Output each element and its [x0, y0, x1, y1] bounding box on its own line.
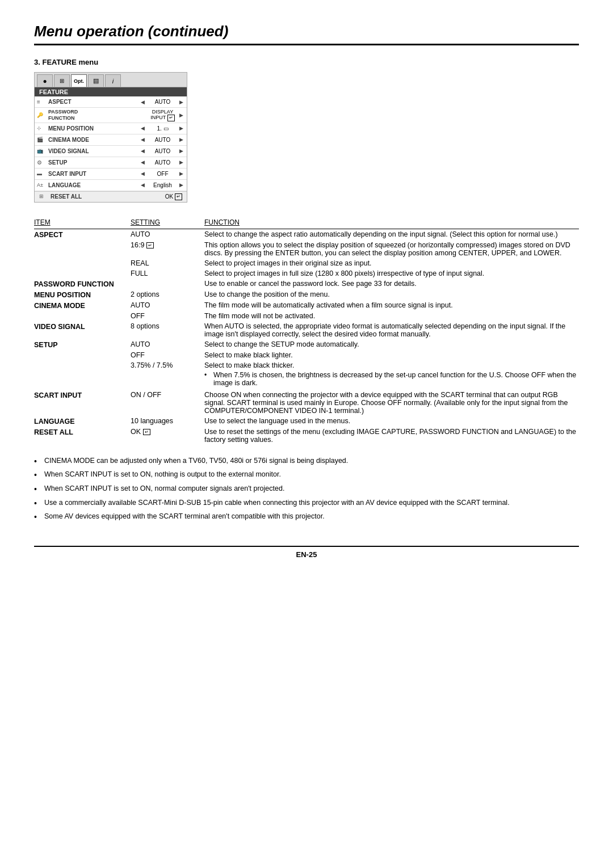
page-title: Menu operation (continued)	[34, 23, 579, 45]
item-reset: RESET ALL	[34, 427, 131, 445]
menu-row-setup: ⚙ SETUP ◀ AUTO ▶	[35, 157, 187, 168]
table-row: SETUP AUTO Select to change the SETUP mo…	[34, 339, 579, 350]
menu-icon-cinema: 🎬	[37, 137, 47, 142]
function-menupos: Use to change the position of the menu.	[204, 289, 579, 300]
col-header-item: Item	[34, 218, 131, 229]
menu-value-scart: OFF	[147, 171, 178, 177]
item-aspect: ASPECT	[34, 229, 131, 240]
col-header-setting: Setting	[131, 218, 204, 229]
menu-value-video: AUTO	[147, 148, 178, 154]
menu-row-video: 📺 VIDEO SIGNAL ◀ AUTO ▶	[35, 146, 187, 157]
item-cinema: CINEMA MODE	[34, 300, 131, 311]
note-text-3: When SCART INPUT is set to ON, normal co…	[44, 484, 284, 494]
note-item: • When SCART INPUT is set to ON, normal …	[34, 484, 579, 495]
setting-setup-off: OFF	[131, 350, 204, 360]
menu-icon-language: A±	[37, 182, 47, 188]
menu-label-cinema: CINEMA MODE	[47, 137, 138, 143]
item-empty-3	[34, 268, 131, 279]
menu-icon-password: 🔑	[37, 112, 47, 118]
function-aspect-auto: Select to change the aspect ratio automa…	[204, 229, 579, 240]
menu-row-menupos: ⊹ MENU POSITION ◀ 1. ▭ ▶	[35, 123, 187, 134]
function-aspect-full: Select to project images in full size (1…	[204, 268, 579, 279]
menu-tab-bar: ● ⊞ Opt. ▤ i	[35, 73, 187, 87]
item-video: VIDEO SIGNAL	[34, 321, 131, 339]
menu-label-menupos: MENU POSITION	[47, 125, 138, 132]
table-row: FULL Select to project images in full si…	[34, 268, 579, 279]
menu-value-aspect: AUTO	[147, 99, 178, 105]
item-empty-cinema	[34, 311, 131, 321]
menu-header: FEATURE	[35, 87, 187, 96]
setting-cinema-auto: AUTO	[131, 300, 204, 311]
function-aspect-real: Select to project images in their origin…	[204, 258, 579, 268]
note-item: • Some AV devices equipped with the SCAR…	[34, 512, 579, 523]
page-number: EN-25	[34, 546, 579, 559]
menu-icon-video: 📺	[37, 148, 47, 154]
menu-value-cinema: AUTO	[147, 137, 178, 143]
note-item: • CINEMA MODE can be adjusted only when …	[34, 456, 579, 467]
function-password: Use to enable or cancel the password loc…	[204, 279, 579, 289]
setting-reset: OK ↵	[131, 427, 204, 445]
table-row: RESET ALL OK ↵ Use to reset the settings…	[34, 427, 579, 445]
table-row: OFF Select to make black lighter.	[34, 350, 579, 360]
table-row: ASPECT AUTO Select to change the aspect …	[34, 229, 579, 240]
menu-label-scart: SCART INPUT	[47, 171, 138, 177]
table-header-row: Item Setting Function	[34, 218, 579, 229]
function-setup-off: Select to make black lighter.	[204, 350, 579, 360]
menu-value-password: DISPLAYINPUT ↵	[147, 109, 178, 121]
function-video: When AUTO is selected, the appropriate v…	[204, 321, 579, 339]
function-language: Use to select the language used in the m…	[204, 416, 579, 427]
setting-full: FULL	[131, 268, 204, 279]
menu-tab-1: ⊞	[54, 74, 70, 87]
setting-language: 10 languages	[131, 416, 204, 427]
table-row: 16:9 ↵ This option allows you to select …	[34, 240, 579, 258]
table-row: OFF The film mode will not be activated.	[34, 311, 579, 321]
notes-section: • CINEMA MODE can be adjusted only when …	[34, 456, 579, 523]
menu-icon-setup: ⚙	[37, 159, 47, 166]
note-bullet-2: •	[34, 470, 44, 481]
menu-icon-reset: ⊞	[39, 193, 49, 200]
function-cinema-auto: The film mode will be automatically acti…	[204, 300, 579, 311]
menu-tab-2: Opt.	[71, 74, 87, 87]
menu-tab-3: ▤	[88, 74, 104, 87]
note-bullet-1: •	[34, 456, 44, 467]
menu-icon-aspect: ≡	[37, 99, 47, 105]
table-row: 3.75% / 7.5% Select to make black thicke…	[34, 360, 579, 390]
function-setup-375: Select to make black thicker. • When 7.5…	[204, 360, 579, 390]
table-row: MENU POSITION 2 options Use to change th…	[34, 289, 579, 300]
menu-row-reset: ⊞ RESET ALL OK ↵	[35, 191, 187, 202]
item-setup: SETUP	[34, 339, 131, 350]
menu-value-setup: AUTO	[147, 159, 178, 166]
sub-bullet-text: When 7.5% is chosen, the brightness is d…	[213, 371, 577, 387]
col-header-function: Function	[204, 218, 579, 229]
table-row: VIDEO SIGNAL 8 options When AUTO is sele…	[34, 321, 579, 339]
table-row: LANGUAGE 10 languages Use to select the …	[34, 416, 579, 427]
setting-video: 8 options	[131, 321, 204, 339]
note-bullet-3: •	[34, 484, 44, 495]
table-row: SCART INPUT ON / OFF Choose ON when conn…	[34, 390, 579, 416]
menu-mockup: ● ⊞ Opt. ▤ i FEATURE ≡ ASPECT ◀ AUTO ▶ 🔑…	[34, 72, 187, 203]
table-row: REAL Select to project images in their o…	[34, 258, 579, 268]
menu-label-password: PASSWORDFUNCTION	[47, 109, 147, 121]
item-password: PASSWORD FUNCTION	[34, 279, 131, 289]
menu-row-aspect: ≡ ASPECT ◀ AUTO ▶	[35, 96, 187, 108]
item-language: LANGUAGE	[34, 416, 131, 427]
menu-icon-scart: ▬	[37, 171, 47, 176]
menu-label-language: LANGUAGE	[47, 182, 138, 188]
setting-auto: AUTO	[131, 229, 204, 240]
item-empty-1	[34, 240, 131, 258]
sub-bullet-setup: • When 7.5% is chosen, the brightness is…	[204, 371, 577, 387]
menu-value-menupos: 1. ▭	[147, 125, 178, 132]
setting-cinema-off: OFF	[131, 311, 204, 321]
setting-169: 16:9 ↵	[131, 240, 204, 258]
function-scart: Choose ON when connecting the projector …	[204, 390, 579, 416]
menu-label-setup: SETUP	[47, 159, 138, 166]
function-setup-auto: Select to change the SETUP mode automati…	[204, 339, 579, 350]
menu-value-reset: OK ↵	[165, 193, 182, 200]
note-bullet-4: •	[34, 498, 44, 509]
menu-tab-0: ●	[37, 74, 53, 87]
table-row: PASSWORD FUNCTION Use to enable or cance…	[34, 279, 579, 289]
menu-icon-menupos: ⊹	[37, 125, 47, 131]
function-reset: Use to reset the settings of the menu (e…	[204, 427, 579, 445]
menu-value-language: English	[147, 182, 178, 188]
note-item: • Use a commercially available SCART-Min…	[34, 498, 579, 509]
